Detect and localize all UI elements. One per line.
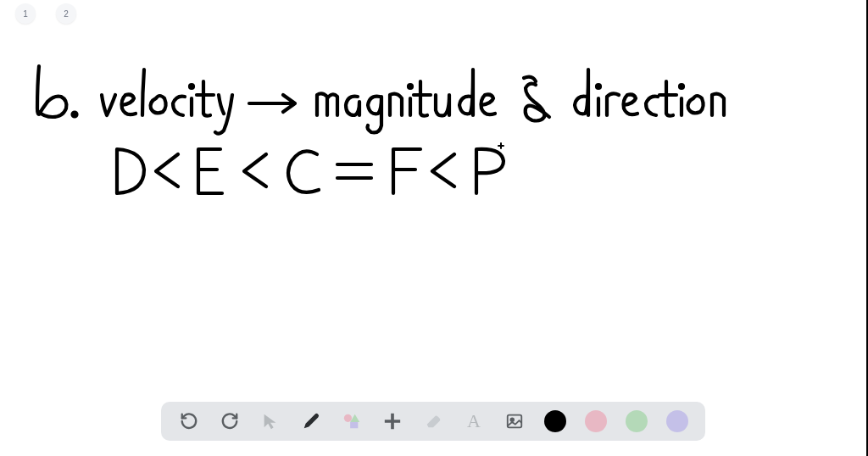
svg-rect-7 xyxy=(350,422,358,428)
drawing-canvas[interactable]: 1 2 b. velocity → magnitude & direction … xyxy=(0,0,868,456)
select-tool[interactable] xyxy=(259,410,281,432)
eraser-tool[interactable] xyxy=(422,410,444,432)
redo-button[interactable] xyxy=(219,410,241,432)
svg-point-2 xyxy=(409,85,412,88)
text-tool[interactable]: A xyxy=(463,410,485,432)
undo-button[interactable] xyxy=(178,410,200,432)
page-tabs: 1 2 xyxy=(15,3,76,24)
svg-point-3 xyxy=(597,85,600,88)
page-tab-1[interactable]: 1 xyxy=(15,3,36,24)
svg-point-5 xyxy=(344,414,352,422)
pen-tool[interactable] xyxy=(300,410,322,432)
handwriting-strokes xyxy=(0,0,868,456)
image-tool[interactable] xyxy=(504,410,526,432)
color-pink[interactable] xyxy=(585,410,607,432)
color-purple[interactable] xyxy=(666,410,688,432)
shapes-tool[interactable] xyxy=(341,410,363,432)
color-black[interactable] xyxy=(544,410,566,432)
drawing-toolbar: A xyxy=(161,402,705,441)
svg-point-0 xyxy=(73,113,77,117)
svg-point-4 xyxy=(680,85,683,88)
page-tab-2[interactable]: 2 xyxy=(56,3,76,24)
svg-point-1 xyxy=(190,85,193,88)
svg-point-9 xyxy=(510,418,514,421)
color-green[interactable] xyxy=(626,410,648,432)
move-tool[interactable] xyxy=(381,410,403,432)
